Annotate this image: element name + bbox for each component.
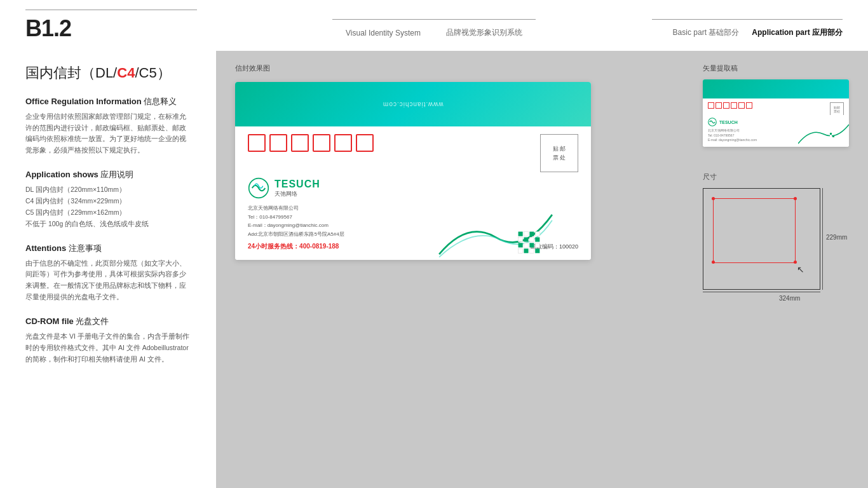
size-dot-tr xyxy=(794,197,797,200)
postal-boxes xyxy=(248,134,578,152)
envelope-display: 信封效果图 www.tianchic.com xyxy=(235,64,684,475)
app-item-c5: C5 国内信封（229mm×162mm） xyxy=(25,207,191,219)
postal-box-6 xyxy=(356,134,374,152)
svg-rect-13 xyxy=(519,249,523,254)
postal-box-2 xyxy=(269,134,287,152)
thumb-body: 贴邮票处 xyxy=(703,98,849,115)
sidebar: 国内信封（DL/C4/C5） Office Regulation Informa… xyxy=(0,51,216,488)
wave-decoration xyxy=(438,209,553,260)
envelope-top-header: www.tianchic.com xyxy=(235,82,591,126)
svg-rect-21 xyxy=(832,135,834,137)
size-dot-br xyxy=(794,261,797,264)
thumb-footer: TESUCH 北京天弛网络有限公司Tel: 010-84799567E-mail… xyxy=(703,115,849,147)
company-logo-icon xyxy=(248,177,269,199)
svg-rect-4 xyxy=(535,232,539,236)
postal-box-3 xyxy=(291,134,309,152)
size-dot-tl xyxy=(712,197,715,200)
header-center-line xyxy=(332,19,536,20)
size-horiz-line xyxy=(703,292,820,292)
svg-rect-6 xyxy=(524,238,528,242)
thumb-box-6 xyxy=(746,102,752,109)
content-right-panel: 矢量提取稿 贴邮票处 xyxy=(703,64,849,475)
thumb-stamp: 贴邮票处 xyxy=(830,102,844,116)
header-right-nav: Basic part 基础部分 Application part 应用部分 xyxy=(673,27,843,38)
nav-visual-identity: Visual Identity System xyxy=(346,29,421,37)
logo-zh: 天弛网络 xyxy=(275,190,320,198)
svg-rect-19 xyxy=(832,133,834,135)
envelope-website: www.tianchic.com xyxy=(383,101,443,108)
thumb-top xyxy=(703,79,849,98)
thumb-box-4 xyxy=(731,102,737,109)
size-diagram: 229mm 324mm ↖ xyxy=(703,188,836,315)
svg-rect-10 xyxy=(524,243,528,248)
company-logo-area: TESUCH 天弛网络 xyxy=(248,177,578,199)
svg-rect-9 xyxy=(519,243,523,248)
size-dot-bl xyxy=(712,261,715,264)
page-number: B1.2 xyxy=(25,15,241,42)
section-heading-office: Office Regulation Information 信息释义 xyxy=(25,96,191,107)
svg-rect-14 xyxy=(524,249,528,254)
envelope-label: 信封效果图 xyxy=(235,64,684,73)
svg-rect-5 xyxy=(519,238,523,242)
content-area: 信封效果图 www.tianchic.com xyxy=(216,51,868,488)
thumb-box-5 xyxy=(738,102,745,109)
header-right-line xyxy=(652,19,843,20)
size-vert-line xyxy=(822,188,823,290)
section-attentions: Attentions 注意事项 由于信息的不确定性，此页部分规范（如文字大小、间… xyxy=(25,243,191,303)
svg-rect-15 xyxy=(529,249,534,254)
svg-rect-20 xyxy=(830,135,832,137)
envelope-footer: TESUCH 天弛网络 北京天弛网络有限公司 Tel：010-84799567 … xyxy=(235,172,591,260)
size-324-label: 324mm xyxy=(779,295,800,302)
thumb-box-2 xyxy=(715,102,722,109)
thumb-postal-boxes xyxy=(708,102,844,109)
main-layout: 国内信封（DL/C4/C5） Office Regulation Informa… xyxy=(0,51,868,488)
header-divider xyxy=(25,10,197,10)
section-heading-cdrom: CD-ROM file 光盘文件 xyxy=(25,316,191,327)
stamp-text-2: 票 处 xyxy=(553,153,566,162)
thumb-wave xyxy=(798,121,849,147)
stamp-area: 贴 邮 票 处 xyxy=(540,134,578,172)
size-inner-rect xyxy=(713,198,796,263)
size-229-label: 229mm xyxy=(826,234,847,241)
section-cdrom: CD-ROM file 光盘文件 光盘文件是本 VI 手册电子文件的集合，内含手… xyxy=(25,316,191,365)
thumb-logo-en: TESUCH xyxy=(719,120,738,125)
nav-basic-part: Basic part 基础部分 xyxy=(673,27,740,38)
section-body-attentions: 由于信息的不确定性，此页部分规范（如文字大小、间距等）可作为参考使用，具体可根据… xyxy=(25,258,191,303)
nav-application-part: Application part 应用部分 xyxy=(752,27,843,38)
svg-rect-16 xyxy=(535,249,539,254)
nav-brand-zh: 品牌视觉形象识别系统 xyxy=(446,27,522,38)
size-label: 尺寸 xyxy=(703,172,849,182)
header-right: Basic part 基础部分 Application part 应用部分 xyxy=(627,13,843,38)
svg-rect-8 xyxy=(535,238,539,242)
size-section: 尺寸 229mm 324mm xyxy=(703,172,849,315)
app-item-c4: C4 国内信封（324mm×229mm） xyxy=(25,196,191,207)
section-title: 国内信封（DL/C4/C5） xyxy=(25,64,191,83)
thumb-box-1 xyxy=(708,102,714,109)
postal-box-5 xyxy=(334,134,352,152)
postal-box-4 xyxy=(313,134,330,152)
svg-rect-1 xyxy=(519,232,523,236)
thumb-logo-icon xyxy=(708,118,717,126)
section-application: Application shows 应用说明 DL 国内信封（220mm×110… xyxy=(25,169,191,229)
section-office-regulation: Office Regulation Information 信息释义 企业专用信… xyxy=(25,96,191,156)
svg-rect-12 xyxy=(535,243,539,248)
header-left: B1.2 xyxy=(25,10,241,42)
stamp-text-1: 贴 邮 xyxy=(553,144,566,153)
section-body-cdrom: 光盘文件是本 VI 手册电子文件的集合，内含手册制作时的专用软件格式文件。其中 … xyxy=(25,331,191,365)
cursor-icon: ↖ xyxy=(797,264,804,274)
thumbnail-envelope: 贴邮票处 TESUCH 北京天弛网络有限公司Tel: 010-847 xyxy=(703,79,849,147)
svg-rect-18 xyxy=(830,133,832,135)
envelope-mockup: www.tianchic.com 贴 邮 票 处 xyxy=(235,82,591,260)
header-nav: Visual Identity System 品牌视觉形象识别系统 xyxy=(346,27,522,38)
envelope-body: 贴 邮 票 处 xyxy=(235,126,591,172)
svg-rect-2 xyxy=(524,232,528,236)
app-item-paper: 不低于 100g 的白色纸、浅色纸或牛皮纸 xyxy=(25,219,191,230)
logo-text-group: TESUCH 天弛网络 xyxy=(275,179,320,198)
thumbnail-label: 矢量提取稿 xyxy=(703,64,849,73)
thumbnail-section: 矢量提取稿 贴邮票处 xyxy=(703,64,849,159)
header: B1.2 Visual Identity System 品牌视觉形象识别系统 B… xyxy=(0,0,868,51)
logo-en: TESUCH xyxy=(275,179,320,190)
svg-rect-3 xyxy=(529,232,534,236)
section-body-office: 企业专用信封依照国家邮政管理部门规定，在标准允许的范围内进行设计，邮政编码框、贴… xyxy=(25,111,191,156)
section-heading-application: Application shows 应用说明 xyxy=(25,169,191,180)
